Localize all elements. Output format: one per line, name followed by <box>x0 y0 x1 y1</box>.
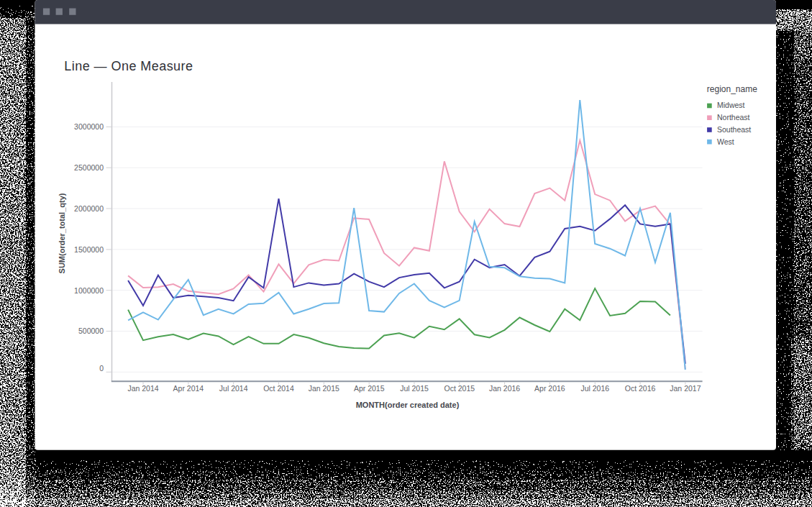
svg-text:0: 0 <box>99 364 104 373</box>
svg-text:Apr 2014: Apr 2014 <box>173 384 204 393</box>
svg-text:SUM(order_total_qty): SUM(order_total_qty) <box>58 193 66 273</box>
svg-text:Oct 2014: Oct 2014 <box>263 384 294 393</box>
svg-text:Southeast: Southeast <box>717 125 751 134</box>
svg-text:Jan 2015: Jan 2015 <box>309 384 339 393</box>
svg-text:Midwest: Midwest <box>717 101 745 109</box>
svg-text:Oct 2016: Oct 2016 <box>625 384 656 393</box>
svg-text:Apr 2016: Apr 2016 <box>534 384 565 393</box>
svg-text:region_name: region_name <box>707 84 757 94</box>
svg-text:Jul 2016: Jul 2016 <box>580 384 609 393</box>
svg-text:1000000: 1000000 <box>74 286 104 295</box>
svg-text:500000: 500000 <box>78 326 104 335</box>
svg-text:Line — One Measure: Line — One Measure <box>64 59 193 73</box>
svg-text:1500000: 1500000 <box>74 245 104 254</box>
svg-text:Jan 2017: Jan 2017 <box>670 384 701 393</box>
svg-text:Northeast: Northeast <box>717 113 750 122</box>
svg-text:MONTH(order created date): MONTH(order created date) <box>356 401 460 409</box>
svg-text:West: West <box>717 137 734 146</box>
svg-text:Apr 2015: Apr 2015 <box>354 384 385 393</box>
svg-text:2000000: 2000000 <box>74 204 104 213</box>
svg-text:2500000: 2500000 <box>74 163 104 172</box>
svg-text:3000000: 3000000 <box>74 122 104 131</box>
svg-text:Oct 2015: Oct 2015 <box>444 384 475 393</box>
svg-text:Jan 2016: Jan 2016 <box>489 384 520 393</box>
svg-text:Jul 2014: Jul 2014 <box>219 384 248 393</box>
svg-text:Jan 2014: Jan 2014 <box>127 384 158 393</box>
svg-text:Jul 2015: Jul 2015 <box>400 384 429 393</box>
